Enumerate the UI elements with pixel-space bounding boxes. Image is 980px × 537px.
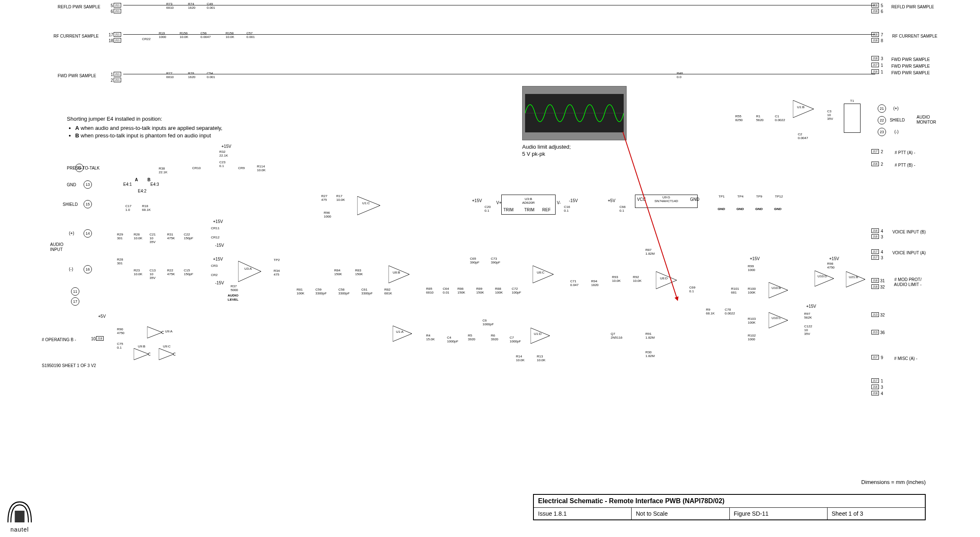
jumper-b-text: when press-to-talk input is phantom fed … — [79, 132, 211, 139]
ic-u3a: U3:A — [244, 267, 252, 271]
conn-j18-32: J18 — [871, 284, 879, 289]
comp-q7: Q72N5116 — [611, 332, 622, 340]
signal-fwd-pwr-left: FWD PWR SAMPLE — [58, 73, 96, 78]
terminal-16: 16 — [84, 265, 92, 274]
label-e41: E4:1 — [123, 182, 132, 187]
ic-u1b: U1:B — [797, 106, 805, 109]
signal-refld-pwr-right: REFLD PWR SAMPLE — [891, 5, 934, 9]
signal-operating-b: # OPERATING B - — [42, 337, 76, 342]
pin-r32b: 32 — [880, 313, 885, 317]
u3b-vminus: V- — [557, 200, 561, 205]
conn-j16-3: J16 — [871, 385, 879, 389]
u9g-gnd: GND — [690, 197, 699, 202]
pin-r8: 8 — [881, 38, 883, 43]
ic-u8b: U8:B — [393, 271, 400, 275]
pin-2: 2 — [111, 78, 113, 83]
conn-j16-pttb: J16 — [871, 162, 879, 166]
comp-r94: R941820 — [591, 280, 599, 287]
terminal-15: 15 — [84, 200, 92, 208]
signal-audio-in-1: AUDIO — [50, 242, 63, 247]
comp-cr12: CR12 — [211, 236, 219, 240]
svg-marker-14 — [769, 282, 788, 298]
gate-u9b — [134, 348, 150, 360]
gate-u9c — [159, 348, 175, 360]
title-figure: Figure SD-11 — [730, 508, 828, 519]
signal-voice-a: VOICE INPUT (A) — [892, 251, 926, 255]
comp-cr2: CR2 — [211, 274, 218, 277]
comp-c69: C690.1 — [689, 286, 696, 294]
comp-r23: R2310.0K — [134, 269, 142, 276]
wire-fwd-pwr — [123, 74, 875, 74]
pin-r3c: 3 — [881, 256, 883, 260]
conn-j11-1: J11 — [114, 72, 121, 76]
svg-marker-17 — [846, 271, 865, 287]
signal-misc-a: # MISC (A) - — [894, 356, 917, 361]
comp-r100: R100100K — [748, 287, 756, 295]
u3-plus15: +15V — [213, 219, 223, 224]
ic-u9b: U9:B — [138, 345, 145, 349]
u3b-trim2: TRIM — [524, 208, 534, 212]
ic-u21b: U21:B — [849, 276, 858, 279]
scope-caption-l2: 5 V pk-pk — [522, 151, 571, 158]
scope-screen — [525, 94, 624, 132]
comp-r93: R9310.0K — [612, 276, 621, 283]
pin-r9: 9 — [881, 355, 883, 360]
comp-c7: C71000pF — [510, 336, 521, 344]
comp-r13: R1310.0K — [537, 355, 546, 362]
schematic-canvas: REFLD PWR SAMPLE 5 J11 6 J11 RF CURRENT … — [42, 0, 930, 466]
comp-r29: R29301 — [117, 233, 123, 241]
ic-u8d: U8:D — [660, 277, 668, 281]
pin-6: 6 — [111, 9, 113, 14]
u10-p15: +15V — [750, 256, 760, 261]
u3b-vplus: V+ — [496, 200, 502, 205]
comp-c65: C65390pF — [470, 257, 480, 265]
comp-c78: C780.0022 — [725, 308, 735, 316]
comp-r88: R88100K — [495, 287, 503, 295]
svg-rect-19 — [15, 511, 24, 522]
comp-c58: C583300pF — [338, 288, 350, 296]
ic-u1c: U1:C — [362, 202, 370, 205]
comp-r91: R911.82M — [645, 332, 655, 340]
comp-r97: R97562K — [804, 312, 812, 320]
svg-point-8 — [162, 331, 164, 334]
comp-r9: R968.1K — [706, 308, 715, 316]
comp-r22: R22475K — [167, 269, 175, 276]
conn-j13-36: J13 — [871, 330, 879, 334]
conn-j18-4: J18 — [871, 391, 879, 395]
pin-r1: 1 — [881, 63, 883, 68]
conn-j17-va2: J17 — [871, 255, 879, 260]
comp-r87: R871.82M — [645, 248, 655, 256]
ic-u9c: U9:C — [163, 345, 170, 349]
svg-marker-1 — [357, 196, 380, 215]
u10-p15b: +15V — [806, 304, 816, 309]
comp-c4: C41000pF — [447, 336, 458, 344]
comp-r99: R991000 — [748, 265, 755, 272]
pin-10: 10 — [91, 337, 96, 341]
comp-r78: R781620 — [188, 72, 195, 79]
comp-r1: R15620 — [756, 115, 764, 122]
jumper-heading: Shorting jumper E4 installed in position… — [67, 115, 230, 123]
tp-tp4: TP4 — [737, 195, 744, 198]
label-e4b: B — [147, 177, 150, 182]
comp-r158: R15810.0K — [226, 32, 234, 39]
comp-r84: R84150K — [334, 269, 342, 276]
conn-j11-18: J11 — [114, 38, 121, 43]
title-text: Electrical Schematic - Remote Interface … — [534, 495, 925, 508]
pin-r31: 31 — [880, 279, 885, 283]
signal-modprot-1: # MOD PROT/ — [894, 277, 922, 282]
sheet-id: S1950190 SHEET 1 OF 3 V2 — [42, 363, 96, 368]
comp-r6: R63920 — [491, 334, 498, 342]
comp-r26: R2610.0K — [134, 233, 142, 241]
ic-u10d: U10:D — [818, 275, 827, 279]
ic-u8c: U8:C — [537, 271, 544, 275]
conn-j17-1: J17 — [871, 378, 879, 383]
title-sheet: Sheet 1 of 3 — [828, 508, 925, 519]
signal-minus-r: (-) — [894, 129, 899, 134]
comp-cr11: CR11 — [211, 227, 219, 231]
comp-r55: R558250 — [735, 115, 743, 122]
svg-marker-16 — [815, 271, 834, 286]
signal-shield-r: SHIELD — [890, 118, 905, 122]
terminal-22: 22 — [878, 116, 886, 124]
label-e4a: A — [135, 177, 138, 182]
signal-voice-b: VOICE INPUT (B) — [892, 230, 926, 234]
